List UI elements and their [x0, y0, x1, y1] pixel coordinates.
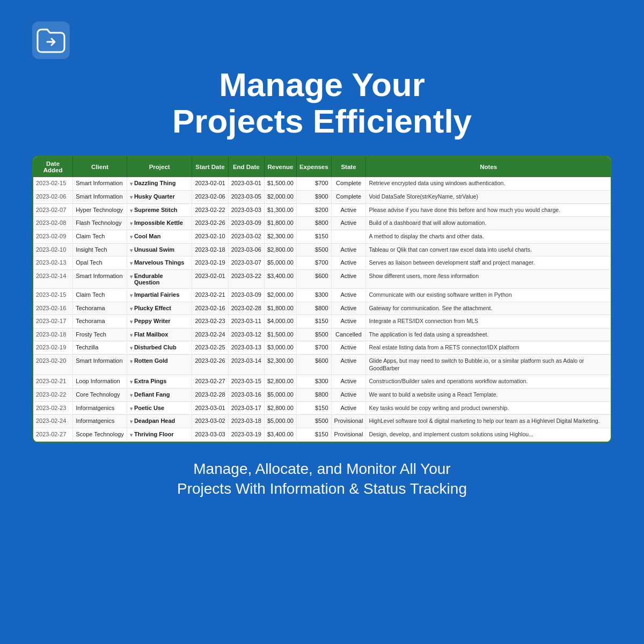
date-cell: 2023-02-15 — [33, 288, 73, 302]
expenses-cell: $150 — [296, 315, 331, 328]
dropdown-arrow-icon[interactable]: ▾ — [130, 181, 133, 187]
revenue-cell: $1,300.00 — [264, 203, 296, 217]
dropdown-arrow-icon[interactable]: ▾ — [130, 419, 133, 425]
end-cell: 2023-03-12 — [228, 328, 264, 341]
date-cell: 2023-02-24 — [33, 415, 73, 428]
expenses-cell: $800 — [296, 302, 331, 315]
project-cell: ▾Flat Mailbox — [127, 328, 192, 341]
revenue-cell: $2,800.00 — [264, 375, 296, 389]
revenue-cell: $2,000.00 — [264, 191, 296, 204]
date-cell: 2023-02-13 — [33, 257, 73, 270]
project-name: Impartial Fairies — [134, 291, 179, 298]
end-cell: 2023-03-03 — [228, 203, 264, 217]
revenue-cell: $5,000.00 — [264, 257, 296, 270]
project-cell: ▾Impossible Kettle — [127, 217, 192, 230]
revenue-cell: $2,000.00 — [264, 288, 296, 302]
date-cell: 2023-02-15 — [33, 177, 73, 190]
table-row: 2023-02-08Flash Technology▾Impossible Ke… — [33, 217, 611, 230]
table-row: 2023-02-09Claim Tech▾Cool Man2023-02-102… — [33, 230, 611, 243]
dropdown-arrow-icon[interactable]: ▾ — [130, 379, 133, 385]
start-cell: 2023-02-21 — [192, 288, 228, 302]
expenses-cell: $150 — [296, 230, 331, 243]
dropdown-arrow-icon[interactable]: ▾ — [130, 274, 133, 280]
start-cell: 2023-02-28 — [192, 388, 228, 401]
table-row: 2023-02-13Opal Tech▾Marvelous Things2023… — [33, 257, 611, 270]
dropdown-arrow-icon[interactable]: ▾ — [130, 345, 133, 351]
state-cell: Active — [331, 203, 366, 217]
client-cell: Smart Information — [73, 355, 127, 375]
project-name: Rotten Gold — [134, 357, 168, 364]
expenses-cell: $500 — [296, 243, 331, 257]
col-revenue: Revenue — [264, 157, 296, 177]
dropdown-arrow-icon[interactable]: ▾ — [130, 260, 133, 266]
table-row: 2023-02-20Smart Information▾Rotten Gold2… — [33, 355, 611, 375]
expenses-cell: $300 — [296, 288, 331, 302]
table-header-row: Date Added Client Project Start Date End… — [33, 157, 611, 177]
project-cell: ▾Cool Man — [127, 230, 192, 243]
notes-cell: Glide Apps, but may need to switch to Bu… — [366, 355, 611, 375]
dropdown-arrow-icon[interactable]: ▾ — [130, 292, 133, 298]
client-cell: Claim Tech — [73, 288, 127, 302]
dropdown-arrow-icon[interactable]: ▾ — [130, 247, 133, 253]
revenue-cell: $5,000.00 — [264, 388, 296, 401]
revenue-cell: $4,000.00 — [264, 315, 296, 328]
table-row: 2023-02-23Informatgenics▾Poetic Use2023-… — [33, 401, 611, 415]
project-cell: ▾Husky Quarter — [127, 191, 192, 204]
state-cell: Active — [331, 257, 366, 270]
date-cell: 2023-02-16 — [33, 302, 73, 315]
dropdown-arrow-icon[interactable]: ▾ — [130, 358, 133, 364]
revenue-cell: $5,000.00 — [264, 415, 296, 428]
dropdown-arrow-icon[interactable]: ▾ — [130, 194, 133, 200]
dropdown-arrow-icon[interactable]: ▾ — [130, 221, 133, 226]
project-name: Marvelous Things — [134, 259, 185, 266]
footer-text: Manage, Allocate, and Monitor All Your P… — [145, 459, 499, 500]
expenses-cell: $800 — [296, 217, 331, 230]
date-cell: 2023-02-07 — [33, 203, 73, 217]
client-cell: Informatgenics — [73, 415, 127, 428]
col-state: State — [331, 157, 366, 177]
dropdown-arrow-icon[interactable]: ▾ — [130, 306, 133, 312]
client-cell: Informatgenics — [73, 401, 127, 415]
project-name: Impossible Kettle — [134, 219, 183, 226]
expenses-cell: $200 — [296, 203, 331, 217]
projects-table-container: Date Added Client Project Start Date End… — [32, 156, 612, 442]
state-cell: Complete — [331, 177, 366, 190]
state-cell: Active — [331, 269, 366, 288]
end-cell: 2023-03-09 — [228, 288, 264, 302]
date-cell: 2023-02-06 — [33, 191, 73, 204]
page-title: Manage Your Projects Efficiently — [140, 67, 504, 140]
start-cell: 2023-02-19 — [192, 257, 228, 270]
dropdown-arrow-icon[interactable]: ▾ — [130, 319, 133, 325]
dropdown-arrow-icon[interactable]: ▾ — [130, 392, 133, 398]
revenue-cell: $1,800.00 — [264, 302, 296, 315]
state-cell: Active — [331, 243, 366, 257]
revenue-cell: $3,400.00 — [264, 428, 296, 441]
client-cell: Smart Information — [73, 177, 127, 190]
folder-icon-container — [32, 21, 70, 61]
expenses-cell: $800 — [296, 388, 331, 401]
start-cell: 2023-02-16 — [192, 302, 228, 315]
notes-cell: Construction/Builder sales and operation… — [366, 375, 611, 389]
dropdown-arrow-icon[interactable]: ▾ — [130, 234, 133, 240]
table-row: 2023-02-06Smart Information▾Husky Quarte… — [33, 191, 611, 204]
project-cell: ▾Supreme Stitch — [127, 203, 192, 217]
client-cell: Techzilla — [73, 341, 127, 355]
date-cell: 2023-02-18 — [33, 328, 73, 341]
col-date-added: Date Added — [33, 157, 73, 177]
dropdown-arrow-icon[interactable]: ▾ — [130, 406, 133, 412]
expenses-cell: $300 — [296, 375, 331, 389]
dropdown-arrow-icon[interactable]: ▾ — [130, 432, 133, 438]
date-cell: 2023-02-10 — [33, 243, 73, 257]
notes-cell: Please advise if you have done this befo… — [366, 203, 611, 217]
start-cell: 2023-02-01 — [192, 177, 228, 190]
dropdown-arrow-icon[interactable]: ▾ — [130, 332, 133, 338]
state-cell: Provisional — [331, 415, 366, 428]
table-row: 2023-02-18Frosty Tech▾Flat Mailbox2023-0… — [33, 328, 611, 341]
dropdown-arrow-icon[interactable]: ▾ — [130, 208, 133, 214]
notes-cell: Key tasks would be copy writing and prod… — [366, 401, 611, 415]
project-name: Husky Quarter — [134, 193, 175, 200]
expenses-cell: $500 — [296, 415, 331, 428]
expenses-cell: $600 — [296, 269, 331, 288]
expenses-cell: $900 — [296, 191, 331, 204]
state-cell: Active — [331, 302, 366, 315]
